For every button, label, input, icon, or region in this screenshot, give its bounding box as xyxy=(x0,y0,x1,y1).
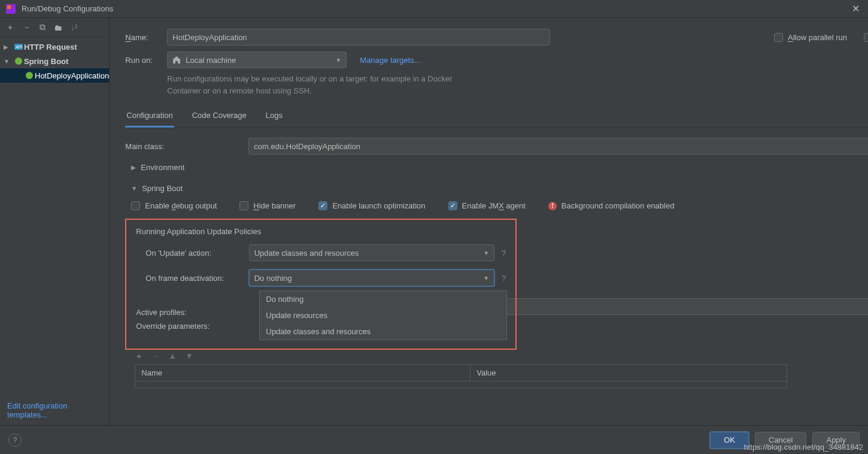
sidebar: ＋ － ⧉ 🖿 ↓² ▶ API HTTP Request ▼ Spring B… xyxy=(0,18,110,425)
manage-targets-link[interactable]: Manage targets... xyxy=(360,56,420,65)
spring-boot-icon xyxy=(24,71,35,80)
remove-config-icon[interactable]: － xyxy=(23,22,31,33)
tree-item-hotdeployapplication[interactable]: HotDeployApplication xyxy=(0,68,109,83)
update-policies-box: Running Application Update Policies On '… xyxy=(125,219,517,350)
svg-point-4 xyxy=(15,57,22,65)
name-input[interactable] xyxy=(167,29,550,46)
svg-text:API: API xyxy=(16,45,22,49)
on-frame-dropdown: Do nothing Update resources Update class… xyxy=(259,290,507,340)
help-icon[interactable]: ? xyxy=(502,249,506,258)
tab-configuration[interactable]: Configuration xyxy=(125,107,174,128)
param-add-icon[interactable]: ＋ xyxy=(135,351,143,362)
watermark: https://blog.csdn.net/qq_34881842 xyxy=(744,443,864,452)
spring-boot-section[interactable]: ▼Spring Boot xyxy=(131,184,868,193)
close-icon[interactable]: ✕ xyxy=(849,3,862,14)
hide-banner-checkbox[interactable]: Hide banner xyxy=(239,201,296,210)
window-title: Run/Debug Configurations xyxy=(22,4,849,13)
add-config-icon[interactable]: ＋ xyxy=(6,22,14,33)
help-icon[interactable]: ? xyxy=(502,274,506,283)
http-request-icon: API xyxy=(13,42,24,52)
tree-item-http-request[interactable]: ▶ API HTTP Request xyxy=(0,40,109,54)
dropdown-option[interactable]: Do nothing xyxy=(260,291,506,307)
main-class-input[interactable] xyxy=(248,138,868,155)
warning-dot-icon: ! xyxy=(548,202,557,210)
allow-parallel-checkbox[interactable]: Allow parallel run xyxy=(774,33,847,42)
sidebar-toolbar: ＋ － ⧉ 🖿 ↓² xyxy=(0,18,109,37)
param-up-icon[interactable]: ▲ xyxy=(168,351,177,362)
dropdown-option[interactable]: Update resources xyxy=(260,307,506,323)
on-update-select[interactable]: Update classes and resources▼ xyxy=(249,244,494,261)
override-params-label: Override parameters: xyxy=(136,322,256,331)
bg-compilation-warning: !Background compilation enabled xyxy=(548,201,675,210)
jmx-agent-checkbox[interactable]: Enable JMX agent xyxy=(448,201,526,210)
on-frame-select[interactable]: Do nothing▼ xyxy=(249,270,494,286)
launch-optimization-checkbox[interactable]: Enable launch optimization xyxy=(318,201,425,210)
copy-config-icon[interactable]: ⧉ xyxy=(40,22,45,32)
on-frame-label: On frame deactivation: xyxy=(145,274,248,283)
param-down-icon[interactable]: ▼ xyxy=(185,351,193,362)
ok-button[interactable]: OK xyxy=(710,432,749,449)
policies-title: Running Application Update Policies xyxy=(136,227,506,236)
help-button[interactable]: ? xyxy=(8,434,22,447)
main-class-label: Main class: xyxy=(125,142,245,151)
dropdown-option[interactable]: Update classes and resources xyxy=(260,323,506,340)
active-profiles-label: Active profiles: xyxy=(136,308,256,317)
tab-logs[interactable]: Logs xyxy=(265,107,284,128)
run-on-label: Run on: xyxy=(125,56,167,65)
run-on-select[interactable]: Local machine ▼ xyxy=(167,52,347,68)
override-params-table: Name Value xyxy=(135,364,787,388)
home-icon xyxy=(172,56,181,64)
tabs: Configuration Code Coverage Logs xyxy=(125,107,868,128)
sort-config-icon[interactable]: ↓² xyxy=(71,23,78,32)
enable-debug-checkbox[interactable]: Enable debug output xyxy=(131,201,217,210)
param-remove-icon[interactable]: － xyxy=(151,351,160,362)
edit-templates-link[interactable]: Edit configuration templates... xyxy=(7,401,67,419)
tab-code-coverage[interactable]: Code Coverage xyxy=(191,107,248,128)
param-col-name: Name xyxy=(135,365,471,381)
svg-point-5 xyxy=(26,72,33,79)
store-project-file-checkbox[interactable]: Store as project file xyxy=(864,33,868,42)
titlebar: Run/Debug Configurations ✕ xyxy=(0,0,868,18)
on-update-label: On 'Update' action: xyxy=(145,249,248,258)
param-col-value: Value xyxy=(471,365,787,381)
config-tree: ▶ API HTTP Request ▼ Spring Boot HotDepl… xyxy=(0,37,109,395)
dialog-footer: ? OK Cancel Apply xyxy=(0,425,868,454)
save-config-icon[interactable]: 🖿 xyxy=(54,23,62,32)
environment-section[interactable]: ▶Environment xyxy=(131,163,868,172)
intellij-logo-icon xyxy=(6,4,16,14)
spring-boot-icon xyxy=(13,57,24,65)
tree-item-spring-boot[interactable]: ▼ Spring Boot xyxy=(0,54,109,68)
run-on-hint: Run configurations may be executed local… xyxy=(167,73,478,96)
svg-rect-1 xyxy=(7,5,11,9)
name-label: Name: xyxy=(125,33,167,42)
